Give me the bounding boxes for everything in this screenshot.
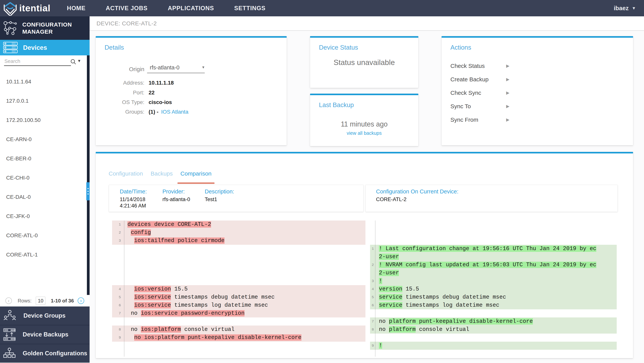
nav-item-settings[interactable]: SETTINGS (234, 5, 266, 12)
tabs: Configuration Backups Comparison (108, 170, 212, 180)
diff-code: no ios:service password-encryption (124, 309, 244, 318)
field-label: Port: (96, 90, 144, 96)
device-list-item[interactable]: CE-DAL-0 (0, 188, 90, 207)
brand-name: itential (19, 3, 50, 14)
chevron-right-icon: ▶ (506, 90, 510, 95)
device-list-item[interactable]: CORE-ATL-0 (0, 226, 90, 245)
diff-block-removed: 8 no ios:platform console virtual9 no io… (112, 326, 366, 342)
device-list-item[interactable]: 10.11.1.64 (0, 72, 90, 91)
device-search: ▾ (0, 55, 90, 68)
last-backup-card: Last Backup 11 minutes ago view all back… (310, 94, 418, 146)
nav-item-home[interactable]: HOME (67, 5, 86, 12)
device-backups-icon (3, 328, 16, 341)
diff-code: service timestamps log datetime msec (375, 301, 598, 309)
diff-block-added: 7no platform punt-keepalive disable-kern… (370, 318, 617, 334)
itential-logo-icon (3, 1, 17, 16)
nav-item-applications[interactable]: APPLICATIONS (168, 5, 214, 12)
action-item[interactable]: Sync To▶ (442, 100, 633, 113)
devices-icon (3, 42, 18, 54)
search-icon[interactable] (70, 59, 76, 64)
diff-line: 1! Last configuration change at 19:56:16… (370, 245, 617, 261)
origin-label: Origin (96, 66, 144, 72)
origin-value: rfs-atlanta-0 (150, 64, 180, 70)
search-filter-caret-icon[interactable]: ▾ (78, 58, 80, 64)
prev-page-button[interactable]: ‹ (6, 298, 12, 304)
diff-line: 6 ios:service timestamps log datetime ms… (112, 301, 366, 309)
golden-configurations-icon (3, 348, 16, 359)
line-number: 1 (370, 245, 375, 253)
action-item[interactable]: Create Backup▶ (442, 73, 633, 86)
field-label: OS Type: (96, 99, 144, 105)
diff-spacer (112, 245, 366, 285)
description-label: Description: (205, 188, 234, 195)
action-item[interactable]: Sync From▶ (442, 113, 633, 126)
line-number: 7 (112, 309, 124, 318)
description-column: Description: Test1 (205, 188, 234, 203)
action-label: Create Backup (450, 76, 488, 83)
backup-meta-box: Date/Time: 11/14/2018 4:21:46 AM Provide… (109, 185, 364, 212)
actions-list: Check Status▶Create Backup▶Check Sync▶Sy… (442, 59, 633, 126)
diff-block-removed: 1devices device CORE-ATL-22 config3 ios:… (112, 220, 366, 245)
action-label: Sync From (450, 116, 478, 123)
chevron-right-icon: ▶ (506, 117, 510, 122)
sidebar-item-device-backups[interactable]: Device Backups (0, 325, 90, 344)
device-list-item[interactable]: CE-ARN-0 (0, 130, 90, 149)
sidebar-item-devices[interactable]: Devices (0, 40, 90, 55)
tab-backups[interactable]: Backups (150, 170, 173, 180)
device-list-item[interactable]: CORE-ATL-1 (0, 245, 90, 264)
diff-spacer (370, 334, 617, 342)
origin-select[interactable]: rfs-atlanta-0 ▾ (147, 64, 205, 73)
sidebar: CONFIGURATION MANAGER Devices ▾ 10.11.1.… (0, 16, 90, 363)
rows-per-page-input[interactable] (36, 297, 45, 305)
page-header: DEVICE: CORE-ATL-2 (90, 16, 644, 31)
status-text: Status unavailable (310, 58, 418, 67)
card-title: Details (104, 44, 124, 51)
user-menu[interactable]: ibaez ▼ (614, 5, 636, 12)
action-item[interactable]: Check Sync▶ (442, 86, 633, 100)
pagination: ‹ Rows: 1-10 of 36 › (0, 295, 87, 306)
sidebar-scrollbar-thumb[interactable] (86, 182, 90, 200)
diff-code: ios:version 15.5 (124, 285, 188, 293)
device-list-item[interactable]: CE-CHI-0 (0, 168, 90, 188)
sidebar-item-device-groups[interactable]: Device Groups (0, 306, 90, 325)
diff-line: 4 ios:version 15.5 (112, 285, 366, 293)
provider-value: rfs-atlanta-0 (162, 196, 205, 203)
groups-row: Groups: (1) - IOS Atlanta (96, 109, 287, 115)
device-list-item[interactable]: 127.0.0.1 (0, 91, 90, 110)
line-number: 9 (112, 334, 124, 342)
diff-line: 2 config (112, 228, 366, 237)
sidebar-bottom-nav: Device Groups Device Backups (0, 306, 90, 362)
diff-code: no platform console virtual (375, 326, 598, 334)
tab-comparison[interactable]: Comparison (180, 170, 212, 180)
sidebar-item-label: Device Groups (24, 312, 66, 319)
diff-code: ios:service timestamps log datetime msec (124, 301, 268, 309)
sidebar-item-golden-configurations[interactable]: Golden Configurations (0, 344, 90, 362)
diff-line: 2! NVRAM config last updated at 19:56:03… (370, 261, 617, 277)
page-title: DEVICE: CORE-ATL-2 (96, 20, 157, 27)
search-input[interactable] (4, 57, 71, 66)
address-row: Address: 10.11.1.18 (96, 80, 287, 86)
view-all-backups-link[interactable]: view all backups (310, 130, 418, 136)
device-list-item[interactable]: CE-BER-0 (0, 149, 90, 168)
nav-item-active-jobs[interactable]: ACTIVE JOBS (106, 5, 148, 12)
next-page-button[interactable]: › (78, 298, 84, 304)
diff-spacer (370, 309, 617, 318)
sidebar-item-label: Devices (23, 44, 47, 51)
group-link[interactable]: IOS Atlanta (161, 109, 188, 115)
sidebar-scrollbar[interactable] (87, 55, 90, 295)
main-content: DEVICE: CORE-ATL-2 Details Origin rfs-at… (90, 16, 644, 363)
device-list-item[interactable]: 172.20.100.50 (0, 110, 90, 130)
action-item[interactable]: Check Status▶ (442, 59, 633, 73)
tab-configuration[interactable]: Configuration (108, 170, 143, 180)
chevron-right-icon: ▶ (506, 64, 510, 68)
current-device-column: Configuration On Current Device: CORE-AT… (376, 188, 458, 203)
brand[interactable]: itential (3, 1, 64, 16)
diff-code: no ios:platform punt-keepalive disable-k… (124, 334, 302, 342)
datetime-date: 11/14/2018 (120, 196, 162, 203)
diff-line: 5service timestamps debug datetime msec (370, 293, 617, 301)
line-number: 3 (370, 277, 375, 285)
last-backup-time: 11 minutes ago (310, 120, 418, 128)
chevron-right-icon: ▶ (506, 77, 510, 82)
device-list-item[interactable]: CE-JFK-0 (0, 207, 90, 226)
diff-block-added: 9! (370, 342, 617, 350)
